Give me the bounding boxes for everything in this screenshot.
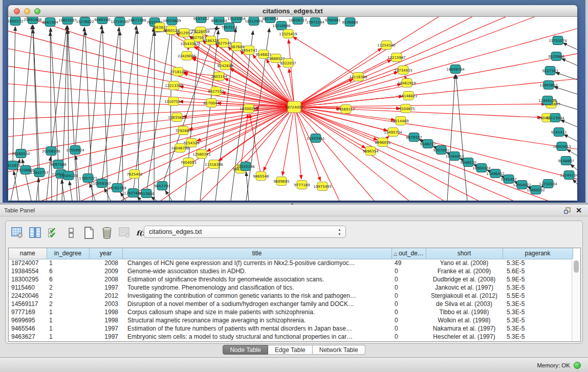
graph-node[interactable]: 9357091 [433, 146, 449, 155]
table-row[interactable]: 911546021997Tourette syndrome. Phenomeno… [9, 283, 573, 292]
column-header-year[interactable]: year [89, 248, 122, 259]
table-cell[interactable]: Investigating the contribution of common… [122, 292, 391, 300]
row-height-icon[interactable] [64, 226, 78, 239]
column-header-title[interactable]: title [122, 248, 391, 259]
graph-node[interactable]: 9245402 [500, 175, 516, 184]
graph-node[interactable]: 12093852 [539, 81, 558, 90]
graph-node[interactable]: 9137102 [193, 17, 209, 23]
table-cell[interactable]: 5.3E-5 [503, 333, 573, 341]
table-cell[interactable]: Stergiakouli et al. (2012) [426, 292, 503, 300]
table-cell[interactable]: 9777169 [9, 308, 47, 316]
graph-node[interactable]: 9227343 [542, 67, 558, 75]
graph-node[interactable]: 2405572 [8, 17, 24, 26]
graph-node[interactable]: 12213399 [165, 81, 183, 90]
table-cell[interactable]: 0 [391, 324, 426, 333]
table-cell[interactable]: Estimation of significance thresholds fo… [122, 275, 391, 283]
table-cell[interactable]: 49 [391, 259, 426, 267]
table-cell[interactable]: 14569117 [9, 300, 47, 308]
window-titlebar[interactable]: citations_edges.txt [8, 5, 577, 17]
graph-node[interactable]: 7825402 [126, 170, 142, 179]
table-row[interactable]: 946362711997Embryonic stem cells: a mode… [9, 333, 573, 341]
table-cell[interactable]: Wolkin et al. (1998) [426, 316, 503, 324]
graph-node[interactable]: 10461919 [398, 79, 416, 87]
table-cell[interactable]: 1998 [89, 316, 122, 324]
table-cell[interactable]: 0 [391, 333, 426, 341]
table-cell[interactable]: 0 [391, 308, 426, 316]
graph-node[interactable]: 15276022 [76, 17, 94, 26]
table-cell[interactable]: 5.3E-5 [503, 300, 573, 308]
table-cell[interactable]: 5.5E-5 [503, 292, 573, 300]
graph-node[interactable]: 13325419 [279, 30, 297, 38]
table-cell[interactable]: 2009 [89, 267, 122, 275]
select-column-icon[interactable] [29, 226, 42, 239]
graph-node[interactable]: 8813054 [262, 17, 278, 23]
graph-node[interactable]: 18312974 [245, 17, 263, 26]
table-row[interactable]: 946554611997Estimation of the future num… [9, 324, 573, 333]
graph-node[interactable]: 15146821 [399, 92, 418, 100]
graph-node[interactable]: 9465546 [253, 172, 269, 181]
table-cell[interactable]: 1997 [89, 283, 122, 292]
table-cell[interactable]: 5.6E-5 [503, 267, 573, 275]
graph-node[interactable]: 8136668 [342, 18, 358, 27]
graph-node[interactable]: 12244134 [560, 171, 577, 180]
graph-node[interactable]: 15972244 [306, 18, 324, 27]
node-layer[interactable]: 1872400724055722069140685613041065328715… [8, 17, 577, 198]
table-row[interactable]: 969969511998Structural magnetic resonanc… [9, 316, 573, 324]
table-cell[interactable]: Franke et al. (2009) [426, 267, 503, 275]
graph-node[interactable]: 26260550 [12, 149, 30, 158]
table-row[interactable]: 1456911722003Disruption of a novel membe… [9, 300, 573, 308]
graph-node[interactable]: 9546217 [420, 140, 435, 148]
table-cell[interactable]: 1998 [89, 308, 122, 316]
graph-node[interactable]: 10719195 [111, 17, 129, 26]
table-cell[interactable]: 2 [47, 283, 89, 292]
graph-node[interactable]: 16671388 [128, 17, 146, 25]
table-row[interactable]: 2242004622012Investigating the contribut… [9, 292, 573, 300]
scrollbar-thumb[interactable] [574, 260, 579, 273]
table-cell[interactable]: 2008 [89, 259, 122, 267]
close-panel-icon[interactable]: ✕ [576, 206, 582, 215]
table-cell[interactable]: 19384554 [9, 267, 47, 275]
graph-node[interactable]: 9777169 [294, 181, 310, 189]
table-cell[interactable]: 9465546 [9, 324, 47, 333]
graph-node[interactable]: 15123304 [227, 17, 246, 23]
table-cell[interactable]: 0 [391, 292, 426, 300]
graph-hub-node[interactable]: 18724007 [285, 101, 303, 113]
delete-table-icon[interactable] [100, 226, 114, 239]
graph-node[interactable]: 6466160 [94, 17, 110, 24]
table-cell[interactable]: Estimation of the future numbers of pati… [122, 324, 391, 333]
table-cell[interactable]: 5.3E-5 [503, 283, 573, 292]
graph-node[interactable]: 9313046 [138, 189, 155, 198]
table-cell[interactable]: 0 [391, 283, 426, 292]
graph-node[interactable]: 16904324 [472, 164, 491, 172]
graph-node[interactable]: 8679197 [406, 133, 422, 142]
tab-node-table[interactable]: Node Table [223, 345, 268, 355]
graph-node[interactable]: 9148807 [558, 157, 574, 165]
table-row[interactable]: 977716911998Corpus callosum shape and si… [9, 308, 573, 316]
table-cell[interactable]: 5.9E-5 [503, 275, 573, 283]
table-cell[interactable]: 6 [47, 275, 89, 283]
table-cell[interactable]: de Silva et al. (2003) [426, 300, 503, 308]
graph-node[interactable]: 7404093 [180, 158, 196, 167]
graph-node[interactable]: 9699695 [273, 177, 289, 186]
table-cell[interactable]: Genome-wide association studies in ADHD. [122, 267, 391, 275]
table-cell[interactable]: 1 [47, 308, 89, 316]
table-cell[interactable]: 6 [47, 267, 89, 275]
graph-node[interactable]: 9046510 [460, 158, 476, 167]
table-cell[interactable]: 2003 [89, 300, 122, 308]
table-cell[interactable]: 9463627 [9, 333, 47, 341]
tab-network-table[interactable]: Network Table [313, 345, 365, 355]
column-header-pagerank[interactable]: pagerank [503, 248, 573, 259]
table-row[interactable]: 1938455462009Genome-wide association stu… [9, 267, 573, 275]
validate-rows-icon[interactable] [47, 226, 60, 239]
table-cell[interactable]: 1 [47, 324, 89, 333]
column-header-in_degree[interactable]: in_degree [47, 248, 89, 259]
table-cell[interactable]: Corpus callosum shape and size in male p… [122, 308, 391, 316]
table-cell[interactable]: Changes of HCN gene expression and I(f) … [122, 259, 391, 267]
table-cell[interactable]: 9699695 [9, 316, 47, 324]
graph-node[interactable]: 14569117 [337, 105, 355, 114]
graph-node[interactable]: 20691406 [24, 17, 42, 24]
table-cell[interactable]: 2012 [89, 292, 122, 300]
table-cell[interactable]: 1 [47, 316, 89, 324]
table-selector-dropdown[interactable]: citations_edges.txt ▲▼ [144, 226, 346, 238]
table-cell[interactable]: 1997 [89, 333, 122, 341]
